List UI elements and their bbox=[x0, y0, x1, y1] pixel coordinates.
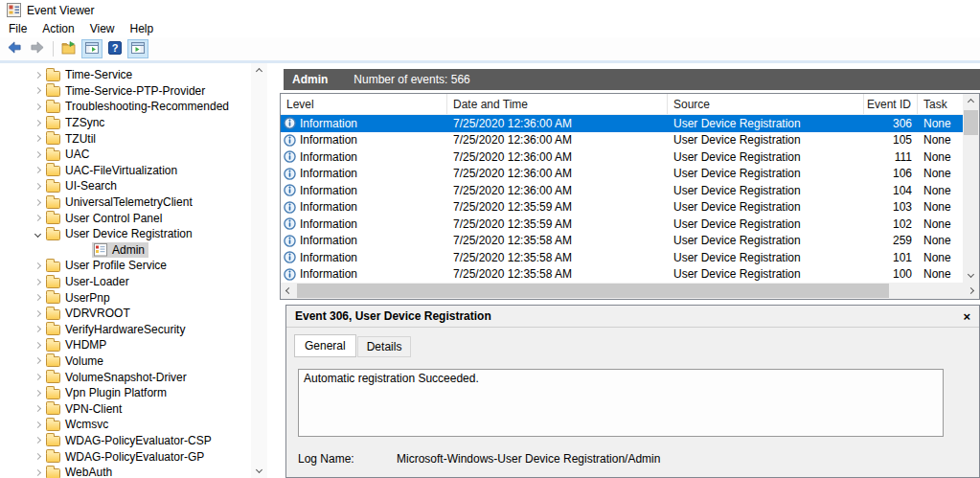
event-row[interactable]: Information7/25/2020 12:36:00 AMUser Dev… bbox=[281, 166, 963, 183]
chevron-collapsed-icon[interactable] bbox=[31, 470, 44, 475]
chevron-collapsed-icon[interactable] bbox=[31, 263, 44, 268]
toolbar-help-button[interactable]: ? bbox=[104, 39, 125, 58]
close-icon[interactable]: × bbox=[963, 310, 970, 323]
event-row[interactable]: Information7/25/2020 12:35:58 AMUser Dev… bbox=[281, 266, 963, 284]
toolbar-export-folder-button[interactable] bbox=[58, 39, 80, 58]
chevron-expanded-icon[interactable] bbox=[31, 232, 44, 237]
scroll-up-icon[interactable] bbox=[963, 94, 979, 110]
tree-item-ui-search[interactable]: UI-Search bbox=[0, 178, 251, 194]
chevron-collapsed-icon[interactable] bbox=[31, 375, 44, 379]
tree-item-user-profile-service[interactable]: User Profile Service bbox=[0, 258, 251, 274]
toolbar-console-tree-toggle-button[interactable] bbox=[81, 39, 103, 58]
menu-view[interactable]: View bbox=[82, 21, 123, 36]
tab-details[interactable]: Details bbox=[357, 336, 412, 357]
tree-item-time-service[interactable]: Time-Service bbox=[0, 67, 251, 83]
toolbar-back-button[interactable] bbox=[4, 39, 25, 58]
chevron-collapsed-icon[interactable] bbox=[31, 104, 44, 109]
event-row[interactable]: Information7/25/2020 12:35:58 AMUser Dev… bbox=[281, 249, 963, 266]
event-id-cell: 106 bbox=[864, 166, 918, 183]
event-row[interactable]: Information7/25/2020 12:36:00 AMUser Dev… bbox=[281, 182, 963, 199]
task-cell: None bbox=[918, 166, 963, 183]
event-row[interactable]: Information7/25/2020 12:35:58 AMUser Dev… bbox=[281, 233, 963, 250]
chevron-collapsed-icon[interactable] bbox=[31, 73, 44, 78]
datetime-cell: 7/25/2020 12:35:58 AM bbox=[447, 249, 668, 266]
tree-item-label: WebAuth bbox=[65, 466, 112, 478]
tree-item-userpnp[interactable]: UserPnp bbox=[0, 289, 251, 306]
chevron-collapsed-icon[interactable] bbox=[31, 168, 44, 172]
chevron-collapsed-icon[interactable] bbox=[31, 311, 44, 316]
scroll-left-icon[interactable] bbox=[281, 283, 297, 299]
tree-item-user-device-registration[interactable]: User Device Registration bbox=[0, 226, 251, 242]
tree-item-admin[interactable]: Admin bbox=[0, 242, 251, 259]
tree-item-vhdmp[interactable]: VHDMP bbox=[0, 337, 251, 353]
scroll-up-icon[interactable] bbox=[251, 63, 267, 80]
chevron-collapsed-icon[interactable] bbox=[31, 280, 44, 285]
event-row[interactable]: Information7/25/2020 12:36:00 AMUser Dev… bbox=[281, 115, 963, 132]
scroll-down-icon[interactable] bbox=[251, 462, 267, 478]
tree-item-webauth[interactable]: WebAuth bbox=[0, 465, 251, 478]
chevron-collapsed-icon[interactable] bbox=[31, 438, 44, 443]
chevron-collapsed-icon[interactable] bbox=[31, 121, 44, 125]
tab-general[interactable]: General bbox=[294, 334, 356, 357]
tree-item-wdag-policyevaluator-csp[interactable]: WDAG-PolicyEvaluator-CSP bbox=[0, 433, 251, 449]
horizontal-scrollbar[interactable] bbox=[281, 283, 979, 299]
chevron-collapsed-icon[interactable] bbox=[31, 216, 44, 220]
tree-item-volumesnapshot-driver[interactable]: VolumeSnapshot-Driver bbox=[0, 369, 251, 385]
tree-item-vpn-client[interactable]: VPN-Client bbox=[0, 400, 251, 417]
chevron-collapsed-icon[interactable] bbox=[31, 343, 44, 348]
tree-item-uac-filevirtualization[interactable]: UAC-FileVirtualization bbox=[0, 163, 251, 179]
tree-item-time-service-ptp-provider[interactable]: Time-Service-PTP-Provider bbox=[0, 83, 251, 100]
chevron-collapsed-icon[interactable] bbox=[31, 358, 44, 363]
chevron-collapsed-icon[interactable] bbox=[31, 422, 44, 427]
folder-icon bbox=[46, 71, 60, 81]
chevron-collapsed-icon[interactable] bbox=[31, 391, 44, 396]
tree-item-label: User Control Panel bbox=[65, 212, 162, 225]
tree-node-content: UserPnp bbox=[44, 290, 114, 306]
tree-item-user-loader[interactable]: User-Loader bbox=[0, 274, 251, 290]
tree-item-wcmsvc[interactable]: Wcmsvc bbox=[0, 417, 251, 433]
column-header-date-and-time[interactable]: Date and Time bbox=[447, 94, 668, 114]
event-row[interactable]: Information7/25/2020 12:35:59 AMUser Dev… bbox=[281, 199, 963, 216]
menu-help[interactable]: Help bbox=[123, 21, 162, 36]
tree-item-vdrvroot[interactable]: VDRVROOT bbox=[0, 306, 251, 322]
event-row[interactable]: Information7/25/2020 12:36:00 AMUser Dev… bbox=[281, 132, 963, 149]
column-header-source[interactable]: Source bbox=[668, 94, 864, 114]
chevron-collapsed-icon[interactable] bbox=[31, 184, 44, 189]
tree-scrollbar[interactable] bbox=[251, 63, 267, 478]
vertical-scrollbar[interactable] bbox=[963, 94, 979, 283]
chevron-collapsed-icon[interactable] bbox=[31, 327, 44, 331]
event-row[interactable]: Information7/25/2020 12:36:00 AMUser Dev… bbox=[281, 148, 963, 166]
chevron-collapsed-icon[interactable] bbox=[31, 200, 44, 205]
tree-item-tzutil[interactable]: TZUtil bbox=[0, 130, 251, 147]
tree-item-wdag-policyevaluator-gp[interactable]: WDAG-PolicyEvaluator-GP bbox=[0, 448, 251, 465]
tree-item-verifyhardwaresecurity[interactable]: VerifyHardwareSecurity bbox=[0, 322, 251, 338]
scroll-right-icon[interactable] bbox=[963, 283, 979, 299]
horizontal-scroll-thumb[interactable] bbox=[297, 284, 889, 298]
menu-file[interactable]: File bbox=[1, 21, 34, 36]
table-rows: Information7/25/2020 12:36:00 AMUser Dev… bbox=[281, 115, 963, 283]
toolbar-forward-button[interactable] bbox=[27, 39, 48, 58]
information-icon bbox=[284, 150, 296, 163]
tree-item-troubleshooting-recommended[interactable]: Troubleshooting-Recommended bbox=[0, 99, 251, 115]
chevron-collapsed-icon[interactable] bbox=[31, 454, 44, 459]
tree-item-volume[interactable]: Volume bbox=[0, 353, 251, 370]
tree-item-tzsync[interactable]: TZSync bbox=[0, 115, 251, 131]
chevron-collapsed-icon[interactable] bbox=[31, 88, 44, 93]
chevron-collapsed-icon[interactable] bbox=[31, 406, 44, 411]
folder-icon bbox=[46, 341, 60, 352]
menu-action[interactable]: Action bbox=[34, 21, 81, 36]
toolbar-action-pane-toggle-button[interactable] bbox=[127, 39, 148, 58]
column-header-event-id[interactable]: Event ID bbox=[864, 94, 918, 114]
event-row[interactable]: Information7/25/2020 12:35:59 AMUser Dev… bbox=[281, 216, 963, 233]
tree-item-universaltelemetryclient[interactable]: UniversalTelemetryClient bbox=[0, 194, 251, 211]
tree-item-user-control-panel[interactable]: User Control Panel bbox=[0, 210, 251, 226]
scroll-down-icon[interactable] bbox=[963, 266, 979, 283]
tree-item-vpn-plugin-platform[interactable]: Vpn Plugin Platform bbox=[0, 385, 251, 401]
chevron-collapsed-icon[interactable] bbox=[31, 152, 44, 157]
level-cell: Information bbox=[281, 266, 447, 284]
tree-item-uac[interactable]: UAC bbox=[0, 147, 251, 163]
vertical-scroll-thumb[interactable] bbox=[964, 110, 978, 135]
column-header-level[interactable]: Level bbox=[281, 94, 447, 114]
chevron-collapsed-icon[interactable] bbox=[31, 295, 44, 300]
chevron-collapsed-icon[interactable] bbox=[31, 136, 44, 141]
